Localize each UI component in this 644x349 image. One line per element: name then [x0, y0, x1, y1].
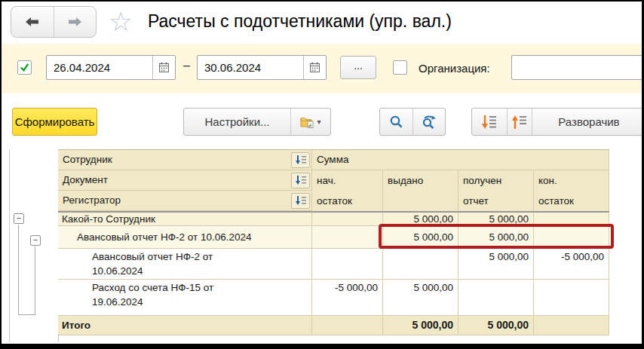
tree-collapse-toggle-level1[interactable]: −	[14, 213, 24, 224]
expand-collapse-group: Разворачив	[471, 108, 642, 136]
refresh-button[interactable]	[412, 109, 445, 135]
forward-button[interactable]	[54, 7, 97, 37]
tree-collapse-toggle-level2[interactable]: −	[30, 235, 41, 246]
row-label-cell[interactable]: Расход со счета НФ-15 от 19.06.2024	[58, 280, 312, 316]
sort-button[interactable]	[291, 173, 310, 188]
sort-icon	[295, 195, 307, 206]
search-button[interactable]	[380, 109, 412, 135]
row-label-cell[interactable]: Авансовый отчет НФ-2 от 10.06.2024	[58, 249, 312, 280]
forward-arrow-icon	[68, 17, 82, 27]
expand-all-button[interactable]	[507, 109, 532, 135]
back-button[interactable]	[11, 7, 54, 37]
row-label-cell[interactable]: Какой-то Сотрудник	[58, 213, 312, 226]
table-row-registrar: Расход со счета НФ-15 от 19.06.2024 -5 0…	[58, 280, 609, 316]
back-arrow-icon	[25, 17, 39, 27]
organization-input[interactable]	[511, 55, 642, 80]
report-form: ☆ Расчеты с подотчетниками (упр. вал.)	[2, 2, 642, 344]
period-more-button[interactable]: ...	[340, 56, 376, 79]
dropdown-caret-icon: ▾	[317, 118, 320, 126]
period-to-field	[197, 55, 327, 80]
header-label: Сотрудник	[63, 150, 291, 170]
issued-cell[interactable]: 5 000,00	[383, 316, 458, 335]
sort-button[interactable]	[291, 152, 310, 168]
issued-cell[interactable]: 5 000,00	[383, 280, 458, 316]
sort-button[interactable]	[291, 193, 310, 209]
header-label: Документ	[63, 170, 291, 190]
begin-balance-cell[interactable]	[312, 249, 383, 280]
title-bar: ☆ Расчеты с подотчетниками (упр. вал.)	[2, 2, 642, 44]
period-to-calendar-button[interactable]	[303, 56, 326, 79]
gutter-line	[9, 149, 10, 342]
header-cell-sum: Сумма	[312, 150, 609, 170]
search-icon	[389, 115, 403, 129]
generate-button[interactable]: Сформировать	[12, 108, 97, 136]
header-cell-employee: Сотрудник	[58, 150, 312, 170]
organization-label: Организация:	[419, 62, 490, 75]
period-from-calendar-button[interactable]	[152, 56, 175, 79]
folder-report-icon	[300, 116, 314, 128]
header-cell-report-received: получен отчет	[458, 170, 534, 211]
report-received-cell[interactable]: 5 000,00	[458, 249, 534, 280]
report-toolbar: Сформировать Настройки... ▾	[2, 93, 642, 149]
report-variants-button[interactable]: ▾	[290, 109, 330, 135]
header-cell-document: Документ	[58, 170, 312, 191]
end-balance-cell[interactable]	[534, 280, 609, 316]
search-group	[379, 108, 446, 136]
header-cell-registrar: Регистратор	[58, 191, 312, 211]
collapse-all-button[interactable]	[472, 109, 507, 135]
header-cell-begin-balance: нач. остаток	[312, 170, 383, 211]
end-balance-cell[interactable]: -5 000,00	[534, 249, 609, 280]
period-checkbox[interactable]	[17, 60, 32, 75]
period-from-input[interactable]	[47, 56, 152, 79]
settings-button[interactable]: Настройки...	[184, 109, 290, 135]
app-window: ☆ Расчеты с подотчетниками (упр. вал.)	[0, 0, 644, 349]
favorite-star-icon[interactable]: ☆	[109, 6, 133, 38]
begin-balance-cell[interactable]: -5 000,00	[312, 280, 383, 316]
total-label-cell[interactable]: Итого	[58, 316, 312, 335]
calendar-icon	[158, 62, 170, 73]
arrow-down-list-icon	[481, 115, 498, 130]
begin-balance-cell[interactable]	[312, 316, 383, 335]
report-received-cell[interactable]: 5 000,00	[458, 316, 534, 335]
period-range-separator: –	[179, 59, 194, 72]
issued-cell[interactable]	[383, 249, 458, 280]
header-cell-end-balance: кон. остаток	[534, 170, 609, 211]
page-title: Расчеты с подотчетниками (упр. вал.)	[148, 11, 452, 32]
table-row-registrar: Авансовый отчет НФ-2 от 10.06.2024 5 000…	[58, 249, 609, 280]
begin-balance-cell[interactable]	[312, 226, 383, 249]
arrow-up-list-icon	[511, 115, 528, 130]
period-from-field	[46, 55, 176, 80]
end-balance-cell[interactable]	[534, 316, 609, 335]
table-row-total: Итого 5 000,00 5 000,00	[58, 316, 609, 335]
organization-checkbox[interactable]	[393, 60, 407, 75]
calendar-icon	[309, 62, 320, 73]
sort-icon	[295, 175, 307, 185]
report-area: − − Сотрудник Сумма	[2, 149, 642, 344]
row-label-cell[interactable]: Авансовый отчет НФ-2 от 10.06.2024	[58, 226, 312, 249]
refresh-icon	[422, 115, 437, 129]
check-icon	[19, 62, 30, 73]
report-received-cell[interactable]	[458, 280, 534, 316]
expand-to-button[interactable]: Разворачив	[532, 109, 642, 135]
highlight-red-frame	[379, 224, 614, 249]
header-label: Регистратор	[63, 191, 291, 210]
tree-branch-line	[18, 225, 19, 314]
begin-balance-cell[interactable]	[312, 213, 383, 226]
sort-icon	[295, 155, 307, 165]
settings-group: Настройки... ▾	[183, 108, 331, 136]
table-header: Сотрудник Сумма Документ	[58, 150, 609, 213]
tree-branch-elbow	[18, 314, 35, 315]
nav-history-group	[11, 6, 97, 38]
tree-branch-line	[35, 246, 35, 314]
period-to-input[interactable]	[198, 56, 303, 79]
header-cell-issued: выдано	[383, 170, 458, 211]
filter-panel: – ... Организация:	[2, 44, 642, 93]
